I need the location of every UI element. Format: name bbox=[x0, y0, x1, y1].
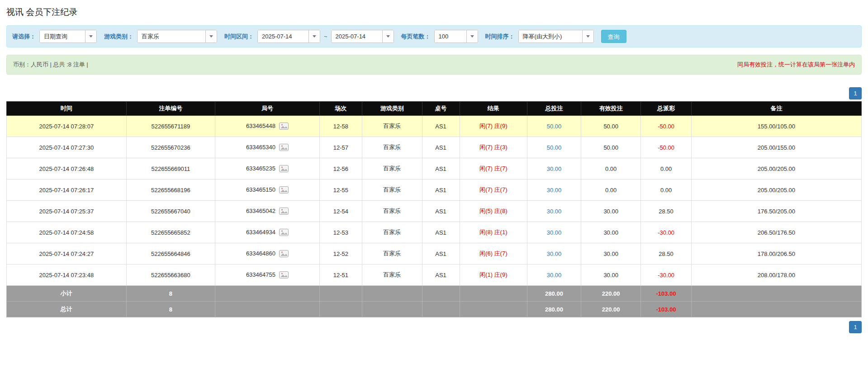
cell-empty bbox=[215, 286, 320, 302]
total-valid-bet: 220.00 bbox=[581, 302, 641, 317]
chevron-down-icon[interactable] bbox=[308, 30, 320, 42]
cell-time: 2025-07-14 07:28:07 bbox=[7, 116, 127, 137]
cell-payout: -30.00 bbox=[641, 264, 692, 286]
page-size-input[interactable] bbox=[435, 30, 466, 42]
subtotal-row: 小计 8 280.00 220.00 -103.00 bbox=[7, 286, 862, 302]
result-player: 闲(1) bbox=[479, 271, 493, 278]
date-to-select[interactable] bbox=[331, 30, 394, 43]
cell-empty bbox=[319, 302, 362, 317]
search-button[interactable]: 查询 bbox=[601, 30, 626, 43]
total-bet-link[interactable]: 30.00 bbox=[547, 229, 562, 236]
total-bet-link[interactable]: 50.00 bbox=[547, 144, 562, 151]
total-bet-link[interactable]: 30.00 bbox=[547, 187, 562, 194]
header-bet-id: 注单编号 bbox=[126, 102, 215, 116]
result-player: 闲(7) bbox=[479, 144, 493, 151]
result-banker: 庄(7) bbox=[494, 186, 508, 193]
page-title: 视讯 会员下注纪录 bbox=[6, 6, 862, 18]
result-player: 闲(7) bbox=[479, 165, 493, 172]
table-row: 2025-07-14 07:27:30 522655670236 6334653… bbox=[7, 137, 862, 158]
cell-time: 2025-07-14 07:23:48 bbox=[7, 264, 127, 286]
cell-round: 633465235 bbox=[215, 158, 320, 179]
date-from-select[interactable] bbox=[257, 30, 320, 43]
video-replay-icon[interactable] bbox=[279, 208, 289, 215]
result-banker: 庄(3) bbox=[494, 144, 508, 151]
chevron-down-icon[interactable] bbox=[582, 30, 593, 42]
cell-total-bet: 50.00 bbox=[527, 137, 581, 158]
result-banker: 庄(1) bbox=[494, 229, 508, 236]
cell-table-no: AS1 bbox=[422, 264, 460, 286]
video-replay-icon[interactable] bbox=[279, 165, 289, 172]
sort-input[interactable] bbox=[519, 30, 582, 42]
cell-bet-id: 522655669011 bbox=[126, 158, 215, 179]
video-replay-icon[interactable] bbox=[279, 186, 289, 194]
cell-round: 633464934 bbox=[215, 222, 320, 243]
subtotal-total-bet: 280.00 bbox=[527, 286, 581, 302]
cell-game-type: 百家乐 bbox=[362, 137, 422, 158]
cell-bet-id: 522655663680 bbox=[126, 264, 215, 286]
cell-valid-bet: 0.00 bbox=[581, 158, 641, 179]
table-row: 2025-07-14 07:26:48 522655669011 6334652… bbox=[7, 158, 862, 179]
game-type-input[interactable] bbox=[138, 30, 205, 42]
chevron-down-icon[interactable] bbox=[382, 30, 394, 42]
cell-game-type: 百家乐 bbox=[362, 201, 422, 222]
cell-valid-bet: 30.00 bbox=[581, 222, 641, 243]
cell-result: 闲(7) 庄(9) bbox=[460, 116, 527, 137]
round-number: 633465340 bbox=[246, 144, 275, 151]
result-player: 闲(7) bbox=[479, 186, 493, 193]
result-banker: 庄(7) bbox=[494, 165, 508, 172]
total-bet-link[interactable]: 30.00 bbox=[547, 250, 562, 257]
cell-empty bbox=[319, 286, 362, 302]
page-size-select[interactable] bbox=[434, 30, 478, 43]
video-replay-icon[interactable] bbox=[279, 144, 289, 151]
table-body: 2025-07-14 07:28:07 522655671189 6334654… bbox=[7, 116, 862, 286]
cell-bet-id: 522655667040 bbox=[126, 201, 215, 222]
cell-game-type: 百家乐 bbox=[362, 222, 422, 243]
video-replay-icon[interactable] bbox=[279, 250, 289, 257]
cell-payout: -50.00 bbox=[641, 116, 692, 137]
date-to-input[interactable] bbox=[332, 30, 382, 42]
game-type-select[interactable] bbox=[137, 30, 217, 43]
result-player: 闲(7) bbox=[479, 123, 493, 129]
round-number: 633464934 bbox=[246, 229, 275, 236]
date-from-input[interactable] bbox=[258, 30, 308, 42]
video-replay-icon[interactable] bbox=[279, 123, 289, 130]
cell-total-bet: 30.00 bbox=[527, 201, 581, 222]
chevron-down-icon[interactable] bbox=[205, 30, 217, 42]
cell-bet-id: 522655670236 bbox=[126, 137, 215, 158]
table-row: 2025-07-14 07:25:37 522655667040 6334650… bbox=[7, 201, 862, 222]
cell-valid-bet: 30.00 bbox=[581, 264, 641, 286]
total-bet-link[interactable]: 30.00 bbox=[547, 208, 562, 215]
cell-empty bbox=[362, 286, 422, 302]
total-bet-link[interactable]: 50.00 bbox=[547, 123, 562, 130]
cell-session: 12-55 bbox=[319, 179, 362, 201]
date-type-input[interactable] bbox=[40, 30, 85, 42]
subtotal-payout: -103.00 bbox=[641, 286, 692, 302]
cell-total-bet: 30.00 bbox=[527, 179, 581, 201]
table-row: 2025-07-14 07:26:17 522655668196 6334651… bbox=[7, 179, 862, 201]
valid-bet-note: 同局有效投注，统一计算在该局第一张注单内 bbox=[737, 61, 855, 69]
chevron-down-icon[interactable] bbox=[466, 30, 478, 42]
cell-payout: 28.50 bbox=[641, 243, 692, 264]
subtotal-count: 8 bbox=[126, 286, 215, 302]
video-replay-icon[interactable] bbox=[279, 229, 289, 236]
sort-select[interactable] bbox=[518, 30, 594, 43]
cell-time: 2025-07-14 07:26:17 bbox=[7, 179, 127, 201]
header-game-type: 游戏类别 bbox=[362, 102, 422, 116]
header-remark: 备注 bbox=[691, 102, 861, 116]
cell-empty bbox=[215, 302, 320, 317]
table-row: 2025-07-14 07:23:48 522655663680 6334647… bbox=[7, 264, 862, 286]
total-bet-link[interactable]: 30.00 bbox=[547, 165, 562, 172]
cell-bet-id: 522655664846 bbox=[126, 243, 215, 264]
page-1-button[interactable]: 1 bbox=[849, 321, 862, 333]
video-replay-icon[interactable] bbox=[279, 271, 289, 279]
total-bet-link[interactable]: 30.00 bbox=[547, 272, 562, 279]
date-type-select[interactable] bbox=[39, 30, 97, 43]
cell-table-no: AS1 bbox=[422, 243, 460, 264]
round-number: 633465448 bbox=[246, 123, 275, 129]
total-payout: -103.00 bbox=[641, 302, 692, 317]
header-result: 结果 bbox=[460, 102, 527, 116]
cell-valid-bet: 0.00 bbox=[581, 179, 641, 201]
chevron-down-icon[interactable] bbox=[85, 30, 96, 42]
page-1-button[interactable]: 1 bbox=[849, 87, 862, 99]
cell-valid-bet: 30.00 bbox=[581, 243, 641, 264]
